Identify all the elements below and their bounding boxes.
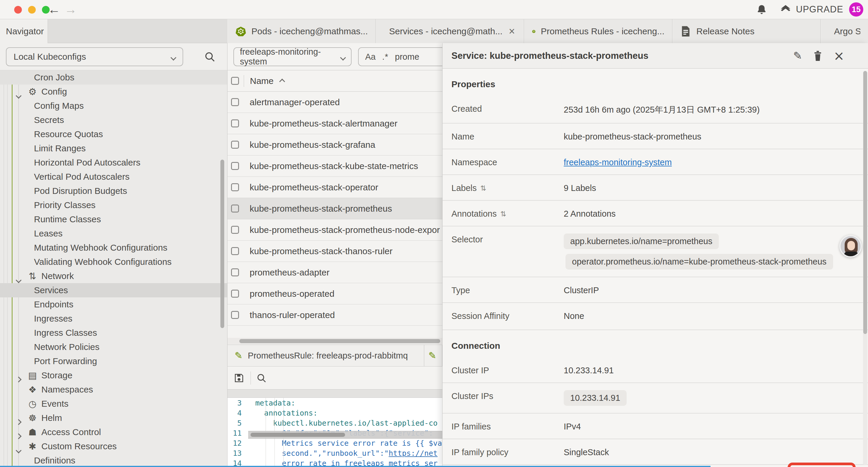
list-horizontal-scrollbar[interactable] xyxy=(227,338,442,344)
sidebar-item[interactable]: Runtime Classes xyxy=(0,212,227,226)
table-row[interactable]: kube-prometheus-stack-kube-state-metrics xyxy=(227,155,442,177)
row-checkbox[interactable] xyxy=(231,98,239,106)
sidebar-item[interactable]: ☗ Access Control xyxy=(0,425,227,439)
close-panel-icon[interactable]: × xyxy=(833,48,844,63)
tree-chevron-icon[interactable] xyxy=(16,433,22,439)
sidebar-item[interactable]: Cron Jobs xyxy=(0,70,227,85)
tree-chevron-icon[interactable] xyxy=(16,447,22,454)
expand-collapse-icon[interactable]: ⇅ xyxy=(500,210,506,218)
table-row[interactable]: prometheus-adapter xyxy=(227,262,442,283)
edit-pencil-icon[interactable]: ✎ xyxy=(793,50,802,62)
tree-chevron-icon[interactable] xyxy=(16,419,22,425)
row-checkbox[interactable] xyxy=(231,247,239,255)
cluster-tab[interactable]: Argo Se xyxy=(821,19,868,43)
user-avatar[interactable] xyxy=(839,235,862,258)
row-checkbox[interactable] xyxy=(231,226,239,234)
sidebar-search-icon[interactable] xyxy=(204,51,216,63)
close-window-button[interactable] xyxy=(14,6,22,13)
table-row[interactable]: kube-prometheus-stack-alertmanager xyxy=(227,113,442,134)
delete-trash-icon[interactable] xyxy=(813,50,823,61)
yaml-editor[interactable]: 3metadata: 4 annotations: 5 kubectl.kube… xyxy=(227,398,442,467)
labels-value[interactable]: 9 Labels xyxy=(564,182,596,193)
sidebar-item[interactable]: Leases xyxy=(0,226,227,241)
sidebar-item[interactable]: Endpoints xyxy=(0,297,227,312)
namespace-filter-select[interactable]: freeleaps-monitoring-system xyxy=(234,47,351,66)
kubeconfig-selector[interactable]: Local Kubeconfigs xyxy=(6,47,183,66)
annotations-value[interactable]: 2 Annotations xyxy=(564,208,616,219)
sidebar-item[interactable]: ◷ Events xyxy=(0,397,227,411)
minimize-window-button[interactable] xyxy=(28,6,36,13)
close-tab-icon[interactable]: × xyxy=(507,25,516,37)
sidebar-item[interactable]: ▤ Storage xyxy=(0,368,227,382)
save-icon[interactable] xyxy=(234,372,245,384)
row-checkbox[interactable] xyxy=(231,290,239,298)
sidebar-item[interactable]: Secrets xyxy=(0,113,227,127)
sidebar-item[interactable]: Definitions xyxy=(0,454,227,467)
row-checkbox[interactable] xyxy=(231,141,239,149)
sidebar-item[interactable]: Horizontal Pod Autoscalers xyxy=(0,155,227,170)
upgrade-button[interactable]: UPGRADE xyxy=(779,4,843,16)
cluster-tab[interactable]: Prometheus Rules - icecheng... xyxy=(524,19,673,43)
sidebar-item[interactable]: Limit Ranges xyxy=(0,141,227,155)
sidebar-item[interactable]: ✱ Custom Resources xyxy=(0,439,227,454)
match-case-toggle[interactable]: Aa xyxy=(365,52,375,62)
sidebar-item[interactable]: Mutating Webhook Configurations xyxy=(0,241,227,255)
sidebar-item[interactable]: Resource Quotas xyxy=(0,127,227,141)
cluster-tab[interactable]: Services - icecheng@math... × xyxy=(376,19,524,43)
back-button[interactable]: ← xyxy=(48,2,60,17)
select-all-checkbox[interactable] xyxy=(231,77,239,85)
sidebar-item[interactable]: Ingresses xyxy=(0,312,227,326)
detail-scrollbar[interactable] xyxy=(863,71,867,465)
row-checkbox[interactable] xyxy=(231,205,239,212)
notification-count-badge[interactable]: 15 xyxy=(849,2,863,17)
row-checkbox[interactable] xyxy=(231,183,239,191)
sidebar-scrollbar[interactable] xyxy=(220,159,224,328)
table-row[interactable]: kube-prometheus-stack-prometheus xyxy=(227,198,442,219)
sidebar-item[interactable]: Validating Webhook Configurations xyxy=(0,255,227,269)
editor-tab-partial[interactable]: ✎ xyxy=(424,345,442,366)
runbook-url-link[interactable]: https://net xyxy=(389,449,438,458)
forward-button[interactable]: → xyxy=(64,2,77,17)
sidebar-item[interactable]: Network Policies xyxy=(0,340,227,354)
sidebar-item[interactable]: Config Maps xyxy=(0,99,227,113)
editor-search-icon[interactable] xyxy=(256,373,267,383)
sidebar-item[interactable]: Priority Classes xyxy=(0,198,227,212)
namespace-link[interactable]: freeleaps-monitoring-system xyxy=(564,156,672,167)
sidebar-item[interactable]: ☸ Helm xyxy=(0,411,227,425)
list-search-input[interactable]: Aa .* prome xyxy=(358,47,447,66)
sidebar-item[interactable]: Ingress Classes xyxy=(0,326,227,340)
navigator-tab[interactable]: Navigator xyxy=(0,19,48,43)
regex-toggle[interactable]: .* xyxy=(382,52,388,62)
row-checkbox[interactable] xyxy=(231,311,239,319)
table-row[interactable]: kube-prometheus-stack-grafana xyxy=(227,134,442,155)
tree-chevron-icon[interactable] xyxy=(16,93,22,99)
notifications-bell-icon[interactable] xyxy=(756,4,768,16)
selector-chip[interactable]: operator.prometheus.io/name=kube-prometh… xyxy=(565,254,833,269)
sidebar-item[interactable]: Services xyxy=(0,283,227,297)
table-row[interactable]: kube-prometheus-stack-prometheus-node-ex… xyxy=(227,219,442,241)
name-column-header[interactable]: Name xyxy=(250,76,274,86)
tree-chevron-icon[interactable] xyxy=(16,277,22,283)
row-checkbox[interactable] xyxy=(231,119,239,127)
table-row[interactable]: kube-prometheus-stack-operator xyxy=(227,177,442,198)
sidebar-item[interactable]: Pod Disruption Budgets xyxy=(0,184,227,198)
table-row[interactable]: thanos-ruler-operated xyxy=(227,304,442,326)
table-row[interactable]: kube-prometheus-stack-thanos-ruler xyxy=(227,241,442,262)
selector-chip[interactable]: app.kubernetes.io/name=prometheus xyxy=(564,233,719,249)
sidebar-item[interactable]: Port Forwarding xyxy=(0,354,227,368)
row-checkbox[interactable] xyxy=(231,268,239,276)
sort-ascending-icon[interactable] xyxy=(279,79,285,85)
expand-collapse-icon[interactable]: ⇅ xyxy=(480,184,486,193)
editor-horizontal-scrollbar[interactable] xyxy=(248,431,442,439)
table-row[interactable]: alertmanager-operated xyxy=(227,92,442,113)
tree-chevron-icon[interactable] xyxy=(16,377,22,382)
row-checkbox[interactable] xyxy=(231,162,239,170)
table-row[interactable]: prometheus-operated xyxy=(227,283,442,304)
sidebar-item[interactable]: Vertical Pod Autoscalers xyxy=(0,170,227,184)
cluster-tab[interactable]: Release Notes xyxy=(673,19,821,43)
editor-tab[interactable]: ✎ PrometheusRule: freeleaps-prod-rabbitm… xyxy=(227,345,424,366)
cluster-tab[interactable]: Pods - icecheng@mathmas... xyxy=(227,19,376,43)
sidebar-item[interactable]: ❖ Namespaces xyxy=(0,382,227,397)
cluster-ips-chip[interactable]: 10.233.14.91 xyxy=(564,390,627,406)
sidebar-item[interactable]: ⇅ Network xyxy=(0,269,227,283)
